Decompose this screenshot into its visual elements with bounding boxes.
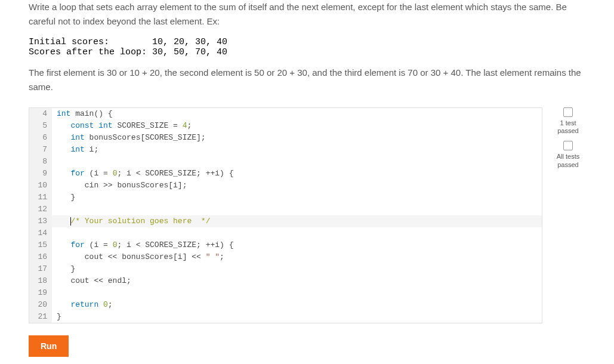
line-number: 17 xyxy=(29,263,52,275)
all-tests-status: All tests passed xyxy=(557,141,580,168)
code-line[interactable]: 7 int i; xyxy=(29,144,542,156)
code-line[interactable]: 9 for (i = 0; i < SCORES_SIZE; ++i) { xyxy=(29,168,542,180)
status-column: 1 test passed All tests passed xyxy=(551,107,585,357)
code-line[interactable]: 19 xyxy=(29,287,542,299)
line-number: 9 xyxy=(29,168,52,180)
code-line[interactable]: 5 const int SCORES_SIZE = 4; xyxy=(29,120,542,132)
code-text[interactable] xyxy=(52,203,542,215)
code-line[interactable]: 11 } xyxy=(29,192,542,203)
one-test-label: 1 test passed xyxy=(557,119,578,135)
code-text[interactable]: /* Your solution goes here */ xyxy=(52,215,542,227)
code-text[interactable]: } xyxy=(52,263,542,275)
code-text[interactable]: for (i = 0; i < SCORES_SIZE; ++i) { xyxy=(52,239,542,251)
line-number: 19 xyxy=(29,287,52,299)
line-number: 15 xyxy=(29,239,52,251)
code-line[interactable]: 6 int bonusScores[SCORES_SIZE]; xyxy=(29,132,542,144)
code-text[interactable] xyxy=(52,287,542,299)
problem-para-1: Write a loop that sets each array elemen… xyxy=(29,0,585,29)
problem-para-2: The first element is 30 or 10 + 20, the … xyxy=(29,66,585,94)
line-number: 12 xyxy=(29,203,52,215)
left-column: 4int main() {5 const int SCORES_SIZE = 4… xyxy=(29,107,542,357)
all-tests-checkbox-icon xyxy=(563,141,573,150)
code-line[interactable]: 17 } xyxy=(29,263,542,275)
line-number: 8 xyxy=(29,156,52,168)
line-number: 18 xyxy=(29,275,52,287)
code-text[interactable]: cout << endl; xyxy=(52,275,542,287)
line-number: 16 xyxy=(29,251,52,263)
line-number: 20 xyxy=(29,299,52,311)
code-text[interactable]: } xyxy=(52,311,542,323)
code-editor[interactable]: 4int main() {5 const int SCORES_SIZE = 4… xyxy=(29,107,542,323)
code-line[interactable]: 20 return 0; xyxy=(29,299,542,311)
code-text[interactable] xyxy=(52,227,542,239)
code-text[interactable]: cin >> bonusScores[i]; xyxy=(52,180,542,192)
one-test-status: 1 test passed xyxy=(557,107,578,135)
code-text[interactable]: return 0; xyxy=(52,299,542,311)
code-line[interactable]: 14 xyxy=(29,227,542,239)
line-number: 4 xyxy=(29,108,52,120)
line-number: 21 xyxy=(29,311,52,323)
code-text[interactable]: for (i = 0; i < SCORES_SIZE; ++i) { xyxy=(52,168,542,180)
code-text[interactable]: int i; xyxy=(52,144,542,156)
code-line[interactable]: 16 cout << bonusScores[i] << " "; xyxy=(29,251,542,263)
code-line[interactable]: 4int main() { xyxy=(29,108,542,120)
code-text[interactable]: int main() { xyxy=(52,108,542,120)
code-text[interactable]: int bonusScores[SCORES_SIZE]; xyxy=(52,132,542,144)
code-text[interactable]: cout << bonusScores[i] << " "; xyxy=(52,251,542,263)
code-text[interactable] xyxy=(52,156,542,168)
code-line[interactable]: 10 cin >> bonusScores[i]; xyxy=(29,180,542,192)
line-number: 7 xyxy=(29,144,52,156)
code-line[interactable]: 21} xyxy=(29,311,542,323)
code-line[interactable]: 13 /* Your solution goes here */ xyxy=(29,215,542,227)
code-text[interactable]: const int SCORES_SIZE = 4; xyxy=(52,120,542,132)
code-line[interactable]: 15 for (i = 0; i < SCORES_SIZE; ++i) { xyxy=(29,239,542,251)
line-number: 11 xyxy=(29,192,52,203)
all-tests-label: All tests passed xyxy=(557,153,580,168)
line-number: 6 xyxy=(29,132,52,144)
line-number: 13 xyxy=(29,215,52,227)
code-line[interactable]: 8 xyxy=(29,156,542,168)
problem-description: Write a loop that sets each array elemen… xyxy=(29,0,585,94)
example-line-1: Initial scores: 10, 20, 30, 40 xyxy=(29,37,227,47)
line-number: 10 xyxy=(29,180,52,192)
run-button[interactable]: Run xyxy=(29,335,69,357)
example-block: Initial scores: 10, 20, 30, 40 Scores af… xyxy=(29,37,585,57)
code-text[interactable]: } xyxy=(52,192,542,203)
one-test-checkbox-icon xyxy=(563,107,573,117)
code-line[interactable]: 18 cout << endl; xyxy=(29,275,542,287)
main-area: 4int main() {5 const int SCORES_SIZE = 4… xyxy=(29,107,585,357)
line-number: 5 xyxy=(29,120,52,132)
code-line[interactable]: 12 xyxy=(29,203,542,215)
line-number: 14 xyxy=(29,227,52,239)
example-line-2: Scores after the loop: 30, 50, 70, 40 xyxy=(29,47,227,57)
